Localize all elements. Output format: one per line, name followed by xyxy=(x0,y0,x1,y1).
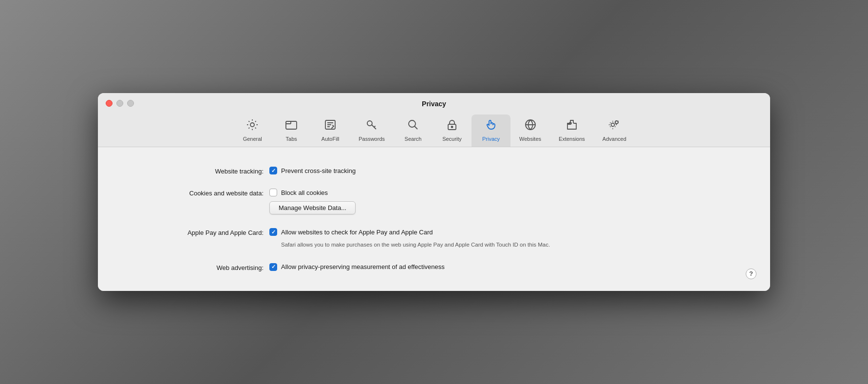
prevent-tracking-checkbox[interactable] xyxy=(269,167,277,174)
help-button[interactable]: ? xyxy=(746,269,756,279)
close-button[interactable] xyxy=(106,100,113,107)
apple-pay-description: Safari allows you to make purchases on t… xyxy=(281,241,550,249)
window-title: Privacy xyxy=(422,100,446,108)
apple-pay-control: Allow websites to check for Apple Pay an… xyxy=(269,228,550,249)
tab-extensions-label: Extensions xyxy=(559,136,585,142)
web-advertising-row: Web advertising: Allow privacy-preservin… xyxy=(127,263,741,271)
content-area: Website tracking: Prevent cross-site tra… xyxy=(98,147,770,290)
tab-passwords-label: Passwords xyxy=(359,136,385,142)
maximize-button[interactable] xyxy=(127,100,134,107)
lock-icon xyxy=(446,118,458,133)
block-cookies-row: Block all cookies xyxy=(269,189,356,196)
tab-tabs-label: Tabs xyxy=(286,136,297,142)
preferences-window: Privacy General xyxy=(98,93,770,290)
svg-point-6 xyxy=(452,126,453,128)
prevent-tracking-label: Prevent cross-site tracking xyxy=(281,167,356,174)
allow-ad-measurement-row: Allow privacy-preserving measurement of … xyxy=(269,263,445,271)
tab-websites-label: Websites xyxy=(519,136,541,142)
tab-search[interactable]: Search xyxy=(394,115,433,147)
block-cookies-label: Block all cookies xyxy=(281,189,328,196)
svg-point-3 xyxy=(367,121,372,126)
tab-passwords[interactable]: Passwords xyxy=(350,115,394,147)
tab-search-label: Search xyxy=(405,136,422,142)
tab-advanced-label: Advanced xyxy=(603,136,626,142)
key-icon xyxy=(365,118,378,133)
cookies-label: Cookies and website data: xyxy=(127,189,264,197)
cookies-row: Cookies and website data: Block all cook… xyxy=(127,189,741,214)
toolbar: General Tabs xyxy=(228,115,640,147)
manage-website-data-button[interactable]: Manage Website Data... xyxy=(269,201,356,214)
tab-privacy-label: Privacy xyxy=(482,136,500,142)
tabs-icon xyxy=(285,118,298,133)
settings-section: Website tracking: Prevent cross-site tra… xyxy=(127,167,741,271)
tab-general-label: General xyxy=(243,136,262,142)
minimize-button[interactable] xyxy=(116,100,123,107)
tab-autofill[interactable]: AutoFill xyxy=(311,115,350,147)
tab-extensions[interactable]: Extensions xyxy=(550,115,594,147)
gear-icon xyxy=(246,118,259,133)
tab-advanced[interactable]: Advanced xyxy=(594,115,635,147)
tab-security[interactable]: Security xyxy=(433,115,472,147)
svg-rect-1 xyxy=(286,121,297,129)
website-tracking-label: Website tracking: xyxy=(127,167,264,175)
globe-icon xyxy=(524,118,537,133)
tab-privacy[interactable]: Privacy xyxy=(472,115,510,147)
apple-pay-label: Apple Pay and Apple Card: xyxy=(127,228,264,236)
svg-point-9 xyxy=(611,123,615,127)
cookies-control: Block all cookies Manage Website Data... xyxy=(269,189,356,214)
allow-apple-pay-label: Allow websites to check for Apple Pay an… xyxy=(281,229,433,236)
advanced-gear-icon xyxy=(608,118,621,133)
puzzle-icon xyxy=(566,118,578,133)
svg-point-0 xyxy=(250,123,254,127)
tab-tabs[interactable]: Tabs xyxy=(272,115,311,147)
hand-icon xyxy=(485,118,497,133)
allow-ad-measurement-checkbox[interactable] xyxy=(269,263,277,271)
allow-apple-pay-checkbox[interactable] xyxy=(269,228,277,236)
web-advertising-label: Web advertising: xyxy=(127,263,264,271)
tab-websites[interactable]: Websites xyxy=(510,115,550,147)
web-advertising-control: Allow privacy-preserving measurement of … xyxy=(269,263,445,271)
tab-general[interactable]: General xyxy=(233,115,272,147)
website-tracking-control: Prevent cross-site tracking xyxy=(269,167,356,174)
website-tracking-row: Website tracking: Prevent cross-site tra… xyxy=(127,167,741,175)
search-icon xyxy=(407,118,419,133)
prevent-tracking-row: Prevent cross-site tracking xyxy=(269,167,356,174)
tab-security-label: Security xyxy=(442,136,462,142)
titlebar: Privacy General xyxy=(98,93,770,147)
allow-ad-measurement-label: Allow privacy-preserving measurement of … xyxy=(281,263,445,270)
tab-autofill-label: AutoFill xyxy=(321,136,340,142)
autofill-icon xyxy=(324,118,337,133)
allow-apple-pay-row: Allow websites to check for Apple Pay an… xyxy=(269,228,550,236)
traffic-lights xyxy=(106,100,134,107)
apple-pay-row: Apple Pay and Apple Card: Allow websites… xyxy=(127,228,741,249)
block-cookies-checkbox[interactable] xyxy=(269,189,277,196)
